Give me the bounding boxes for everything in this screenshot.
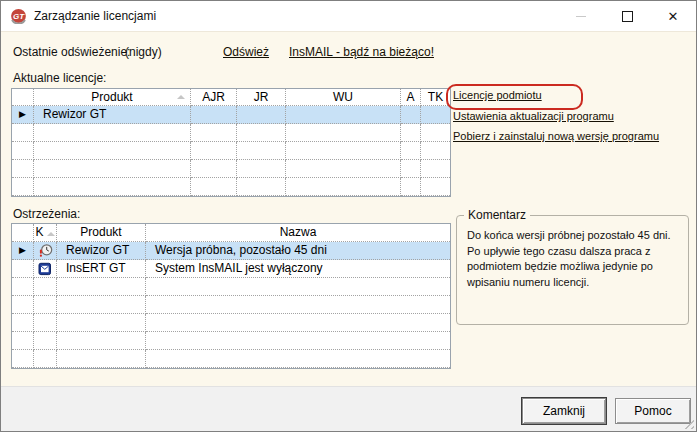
titlebar[interactable]: GT Zarządzanie licencjami ✕ <box>1 1 696 32</box>
column-header-label: WU <box>333 90 353 104</box>
alarm-clock-icon <box>34 242 57 260</box>
row-selector-icon: ▶ <box>12 106 34 124</box>
update-settings-link[interactable]: Ustawienia aktualizacji programu <box>453 110 614 122</box>
row-selector-cell <box>12 260 34 278</box>
comment-text: Do końca wersji próbnej pozostało 45 dni… <box>467 228 682 290</box>
maximize-button[interactable] <box>604 1 650 31</box>
column-header-label: AJR <box>202 90 225 104</box>
column-header-jr[interactable]: JR <box>237 89 286 106</box>
comment-groupbox-title: Komentarz <box>464 208 530 222</box>
current-licenses-label: Aktualne licencje: <box>13 71 106 85</box>
mail-icon <box>34 260 57 278</box>
selector-column-header <box>12 89 34 106</box>
empty-row <box>12 178 450 196</box>
sort-ascending-icon <box>47 232 55 236</box>
help-button[interactable]: Pomoc <box>615 398 691 424</box>
license-wu-cell <box>286 106 401 124</box>
column-header-wu[interactable]: WU <box>286 89 401 106</box>
license-jr-cell <box>237 106 286 124</box>
column-header-k[interactable]: K <box>34 224 57 242</box>
column-header-label: K <box>35 225 43 239</box>
empty-row <box>12 350 450 368</box>
license-tk-cell <box>421 106 450 124</box>
app-icon: GT <box>10 8 27 24</box>
licenses-table: Produkt AJR JR WU A TK ▶ Rewizor GT <box>11 88 451 197</box>
close-icon: ✕ <box>668 10 679 23</box>
empty-row <box>12 296 450 314</box>
minimize-button <box>558 1 604 31</box>
column-header-label: Nazwa <box>280 225 317 239</box>
close-button[interactable]: ✕ <box>650 1 696 31</box>
column-header-label: TK <box>428 90 443 104</box>
column-header-produkt[interactable]: Produkt <box>34 89 191 106</box>
warning-name-cell: System InsMAIL jest wyłączony <box>146 260 450 278</box>
empty-row <box>12 142 450 160</box>
column-header-produkt[interactable]: Produkt <box>57 224 146 242</box>
row-selector-icon: ▶ <box>12 242 34 260</box>
refresh-link[interactable]: Odśwież <box>223 45 269 59</box>
table-row[interactable]: InsERT GT System InsMAIL jest wyłączony <box>12 260 450 278</box>
entity-licenses-link[interactable]: Licencje podmiotu <box>453 89 542 101</box>
warnings-label: Ostrzeżenia: <box>13 207 80 221</box>
license-product-cell: Rewizor GT <box>34 106 191 124</box>
close-dialog-button[interactable]: Zamknij <box>522 398 606 424</box>
warnings-table: K Produkt Nazwa ▶ Rewizor GT Wersja prób… <box>11 223 451 369</box>
table-row[interactable]: ▶ Rewizor GT <box>12 106 450 124</box>
column-header-label: A <box>406 90 414 104</box>
empty-row <box>12 314 450 332</box>
empty-row <box>12 332 450 350</box>
warning-product-cell: InsERT GT <box>57 260 146 278</box>
last-refresh-label: Ostatnie odświeżenie: <box>13 45 130 59</box>
empty-row <box>12 160 450 178</box>
maximize-icon <box>622 11 633 22</box>
insmail-link[interactable]: InsMAIL - bądź na bieżąco! <box>289 45 434 59</box>
column-header-a[interactable]: A <box>401 89 421 106</box>
sort-ascending-icon <box>177 95 185 99</box>
warnings-table-header: K Produkt Nazwa <box>12 224 450 242</box>
column-header-ajr[interactable]: AJR <box>191 89 237 106</box>
table-row[interactable]: ▶ Rewizor GT Wersja próbna, pozostało 45… <box>12 242 450 260</box>
license-management-dialog: GT Zarządzanie licencjami ✕ Ostatnie odś… <box>0 0 697 432</box>
licenses-table-header: Produkt AJR JR WU A TK <box>12 89 450 106</box>
column-header-label: Produkt <box>80 225 121 239</box>
empty-row <box>12 278 450 296</box>
empty-row <box>12 124 450 142</box>
download-new-version-link[interactable]: Pobierz i zainstaluj nową wersję program… <box>453 130 659 142</box>
column-header-tk[interactable]: TK <box>421 89 450 106</box>
warning-name-cell: Wersja próbna, pozostało 45 dni <box>146 242 450 260</box>
column-header-label: Produkt <box>91 90 132 104</box>
warning-product-cell: Rewizor GT <box>57 242 146 260</box>
column-header-label: JR <box>254 90 269 104</box>
window-title: Zarządzanie licencjami <box>34 1 156 31</box>
comment-groupbox: Komentarz Do końca wersji próbnej pozost… <box>456 215 689 325</box>
column-header-nazwa[interactable]: Nazwa <box>146 224 450 242</box>
selector-column-header <box>12 224 34 242</box>
last-refresh-value: (nigdy) <box>125 45 162 59</box>
svg-text:GT: GT <box>13 12 25 21</box>
window-controls: ✕ <box>558 1 696 31</box>
license-a-cell <box>401 106 421 124</box>
minimize-icon <box>576 16 586 17</box>
license-ajr-cell <box>191 106 237 124</box>
